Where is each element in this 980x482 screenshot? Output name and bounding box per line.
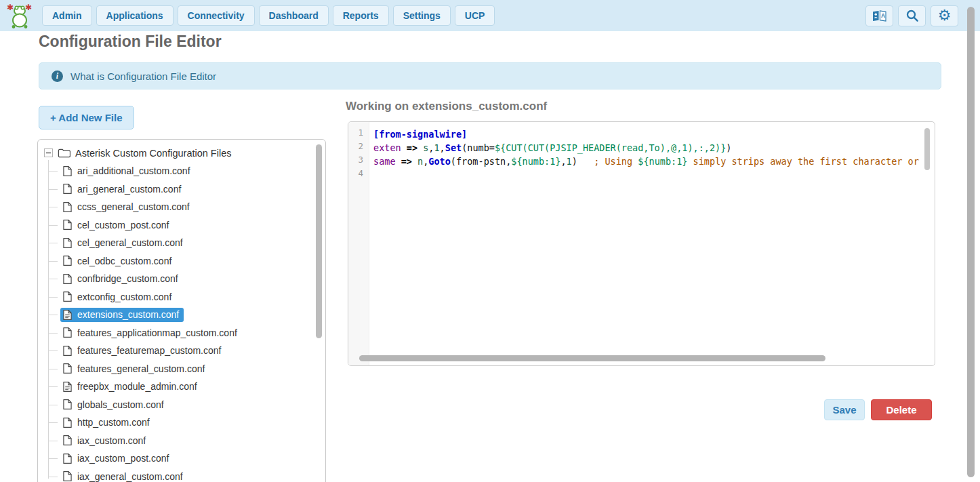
tree-file-cel_custom_post.conf[interactable]: cel_custom_post.conf bbox=[38, 216, 325, 235]
tree-file-label: iax_custom.conf bbox=[77, 435, 146, 446]
tree-file-label: confbridge_custom.conf bbox=[77, 273, 178, 284]
tree-file-label: features_featuremap_custom.conf bbox=[77, 345, 221, 356]
delete-button[interactable]: Delete bbox=[871, 399, 932, 420]
file-icon bbox=[63, 417, 72, 428]
file-with-content-icon bbox=[63, 309, 72, 321]
page-title: Configuration File Editor bbox=[39, 33, 222, 51]
tree-file-iax_custom_post.conf[interactable]: iax_custom_post.conf bbox=[38, 449, 325, 468]
file-with-content-icon bbox=[63, 381, 72, 393]
add-new-file-button[interactable]: + Add New File bbox=[39, 106, 134, 129]
file-icon bbox=[63, 237, 72, 249]
nav-item-reports[interactable]: Reports bbox=[333, 5, 389, 26]
language-icon: A bbox=[872, 9, 887, 22]
file-icon bbox=[63, 219, 72, 230]
tree-file-label: extensions_custom.conf bbox=[77, 309, 179, 320]
tree-file-features_general_custom.conf[interactable]: features_general_custom.conf bbox=[38, 360, 325, 378]
code-line: [from-signalwire] bbox=[373, 127, 935, 141]
tree-scrollbar-thumb[interactable] bbox=[316, 144, 322, 338]
nav-item-dashboard[interactable]: Dashboard bbox=[259, 5, 329, 26]
svg-text:✱: ✱ bbox=[25, 3, 32, 12]
code-line: exten => s,1,Set(numb=${CUT(CUT(PJSIP_HE… bbox=[373, 141, 935, 155]
save-button[interactable]: Save bbox=[824, 399, 865, 420]
nav-menu: AdminApplicationsConnectivityDashboardRe… bbox=[42, 5, 495, 26]
freepbx-logo-icon[interactable]: ✱ ✱ bbox=[7, 2, 33, 29]
tree-file-label: cel_odbc_custom.conf bbox=[77, 256, 171, 266]
tree-file-label: ccss_general_custom.conf bbox=[77, 201, 190, 212]
line-number: 2 bbox=[348, 141, 369, 155]
tree-file-label: freepbx_module_admin.conf bbox=[77, 381, 197, 392]
tree-file-label: iax_general_custom.conf bbox=[77, 471, 183, 482]
tree-file-label: globals_custom.conf bbox=[77, 399, 164, 410]
tree-file-confbridge_custom.conf[interactable]: confbridge_custom.conf bbox=[38, 270, 325, 288]
tree-file-label: features_general_custom.conf bbox=[77, 363, 205, 374]
line-number: 4 bbox=[348, 168, 369, 182]
collapse-minus-icon[interactable] bbox=[44, 148, 53, 157]
tree-file-iax_general_custom.conf[interactable]: iax_general_custom.conf bbox=[38, 468, 325, 482]
tree-file-label: cel_general_custom.conf bbox=[77, 237, 183, 248]
file-icon bbox=[63, 345, 72, 357]
tree-file-cel_odbc_custom.conf[interactable]: cel_odbc_custom.conf bbox=[38, 252, 325, 270]
editor-vertical-scrollbar-thumb[interactable] bbox=[924, 128, 930, 170]
file-icon bbox=[63, 273, 72, 285]
tree-file-globals_custom.conf[interactable]: globals_custom.conf bbox=[38, 396, 325, 414]
search-icon bbox=[905, 9, 919, 22]
svg-text:✱: ✱ bbox=[7, 3, 14, 12]
working-on-heading: Working on extensions_custom.conf bbox=[346, 100, 547, 113]
tree-file-extconfig_custom.conf[interactable]: extconfig_custom.conf bbox=[38, 288, 325, 306]
file-icon bbox=[63, 291, 72, 302]
file-icon bbox=[63, 363, 72, 374]
top-navbar: ✱ ✱ AdminApplicationsConnectivityDashboa… bbox=[0, 0, 980, 31]
help-alert-text: What is Configuration File Editor bbox=[70, 71, 216, 82]
tree-file-extensions_custom.conf[interactable]: extensions_custom.conf bbox=[38, 306, 325, 324]
file-icon bbox=[63, 453, 72, 464]
settings-gear-icon: ⚙ bbox=[938, 8, 952, 23]
page-scrollbar-thumb[interactable] bbox=[967, 7, 975, 477]
file-icon bbox=[63, 327, 72, 338]
info-icon: i bbox=[52, 71, 63, 82]
nav-right-icons: A⚙ bbox=[865, 5, 958, 26]
settings-gear-icon-button[interactable]: ⚙ bbox=[931, 5, 958, 26]
tree-file-features_applicationmap_custom.conf[interactable]: features_applicationmap_custom.conf bbox=[38, 324, 325, 342]
tree-file-freepbx_module_admin.conf[interactable]: freepbx_module_admin.conf bbox=[38, 378, 325, 396]
line-number-gutter: 1234 bbox=[348, 122, 369, 365]
tree-file-ari_additional_custom.conf[interactable]: ari_additional_custom.conf bbox=[38, 162, 325, 180]
tree-file-http_custom.conf[interactable]: http_custom.conf bbox=[38, 414, 325, 432]
line-number: 3 bbox=[348, 155, 369, 168]
line-number: 1 bbox=[348, 127, 369, 141]
tree-file-features_featuremap_custom.conf[interactable]: features_featuremap_custom.conf bbox=[38, 342, 325, 360]
tree-file-ccss_general_custom.conf[interactable]: ccss_general_custom.conf bbox=[38, 198, 325, 216]
language-icon-button[interactable]: A bbox=[865, 5, 893, 26]
search-icon-button[interactable] bbox=[898, 5, 926, 26]
tree-file-label: ari_additional_custom.conf bbox=[77, 165, 190, 176]
file-icon bbox=[63, 183, 72, 195]
tree-file-label: ari_general_custom.conf bbox=[77, 184, 181, 195]
file-icon bbox=[63, 399, 72, 410]
tree-file-label: cel_custom_post.conf bbox=[77, 220, 169, 230]
tree-root-node[interactable]: Asterisk Custom Configuration Files bbox=[38, 144, 325, 162]
tree-root-label: Asterisk Custom Configuration Files bbox=[75, 148, 231, 159]
file-tree-panel: Asterisk Custom Configuration Files ari_… bbox=[37, 139, 326, 482]
folder-icon bbox=[58, 148, 70, 159]
nav-item-connectivity[interactable]: Connectivity bbox=[178, 5, 255, 26]
nav-item-settings[interactable]: Settings bbox=[393, 5, 451, 26]
editor-horizontal-scrollbar-thumb[interactable] bbox=[359, 355, 825, 361]
nav-item-applications[interactable]: Applications bbox=[96, 5, 173, 26]
tree-file-label: extconfig_custom.conf bbox=[77, 292, 171, 302]
tree-file-label: http_custom.conf bbox=[77, 417, 150, 428]
code-line bbox=[373, 168, 935, 182]
code-content[interactable]: [from-signalwire]exten => s,1,Set(numb=$… bbox=[369, 122, 935, 365]
tree-file-iax_custom.conf[interactable]: iax_custom.conf bbox=[38, 432, 325, 450]
tree-file-cel_general_custom.conf[interactable]: cel_general_custom.conf bbox=[38, 234, 325, 252]
file-icon bbox=[63, 435, 72, 446]
svg-text:A: A bbox=[881, 12, 885, 19]
nav-item-ucp[interactable]: UCP bbox=[455, 5, 495, 26]
tree-file-list: ari_additional_custom.confari_general_cu… bbox=[38, 162, 325, 482]
tree-file-ari_general_custom.conf[interactable]: ari_general_custom.conf bbox=[38, 180, 325, 199]
file-icon bbox=[63, 255, 72, 266]
code-editor[interactable]: 1234 [from-signalwire]exten => s,1,Set(n… bbox=[348, 121, 935, 366]
code-line: same => n,Goto(from-pstn,${numb:1},1) ; … bbox=[373, 155, 935, 168]
help-alert[interactable]: i What is Configuration File Editor bbox=[39, 62, 941, 89]
file-icon bbox=[63, 470, 72, 482]
nav-item-admin[interactable]: Admin bbox=[42, 5, 92, 26]
tree-file-label: features_applicationmap_custom.conf bbox=[77, 327, 237, 338]
